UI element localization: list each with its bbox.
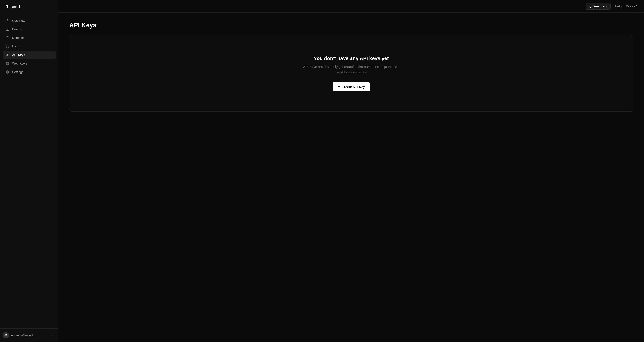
feedback-icon [589,5,592,8]
svg-point-6 [6,55,8,56]
empty-description: API Keys are randomly generated alpha-nu… [300,64,403,75]
sidebar: Resend Overview Emails Domains [0,0,58,342]
logs-icon [6,44,10,48]
svg-rect-0 [6,28,9,31]
sidebar-item-label: Domains [12,36,24,40]
sidebar-item-label: Settings [12,70,24,74]
user-email: mufassir@rowy.io [11,334,48,337]
sidebar-item-webhooks[interactable]: Webhooks [3,59,56,68]
page-content: API Keys You don't have any API keys yet… [58,13,644,342]
sidebar-item-label: Emails [12,28,22,31]
sidebar-item-label: Webhooks [12,62,27,65]
sidebar-item-emails[interactable]: Emails [3,25,56,33]
sidebar-item-label: Overview [12,19,25,23]
feedback-button[interactable]: Feedback [586,3,610,10]
sidebar-item-domains[interactable]: Domains [3,34,56,42]
svg-rect-4 [6,47,7,48]
external-link-icon [634,5,637,8]
create-api-key-button[interactable]: + Create API Key [332,82,370,91]
globe-icon [6,36,10,40]
mail-icon [6,27,10,31]
main-content: Feedback Help Docs API Keys You don't ha… [58,0,644,342]
page-title: API Keys [69,22,633,29]
empty-state-card: You don't have any API keys yet API Keys… [69,35,633,112]
app-logo: Resend [0,0,58,14]
sidebar-item-api-keys[interactable]: API Keys [3,51,56,59]
docs-link[interactable]: Docs [626,5,637,8]
svg-rect-5 [8,47,9,48]
docs-label: Docs [626,5,633,8]
settings-icon [6,70,10,74]
plus-icon: + [338,84,340,89]
home-icon [6,19,10,23]
sidebar-footer: M mufassir@rowy.io ··· [0,328,58,342]
sidebar-item-settings[interactable]: Settings [3,68,56,76]
feedback-label: Feedback [594,5,607,8]
user-more-button[interactable]: ··· [51,333,56,338]
help-link[interactable]: Help [615,5,622,8]
svg-rect-3 [8,45,9,46]
create-button-label: Create API Key [342,85,365,89]
avatar: M [3,332,9,338]
sidebar-nav: Overview Emails Domains Logs [0,14,58,328]
svg-point-7 [7,72,8,72]
sidebar-item-logs[interactable]: Logs [3,42,56,50]
top-header: Feedback Help Docs [58,0,644,13]
key-icon [6,53,10,57]
webhooks-icon [6,61,10,66]
empty-title: You don't have any API keys yet [314,56,389,61]
sidebar-item-label: API Keys [12,53,25,57]
sidebar-item-label: Logs [12,45,19,48]
svg-rect-2 [6,45,7,46]
sidebar-item-overview[interactable]: Overview [3,17,56,25]
